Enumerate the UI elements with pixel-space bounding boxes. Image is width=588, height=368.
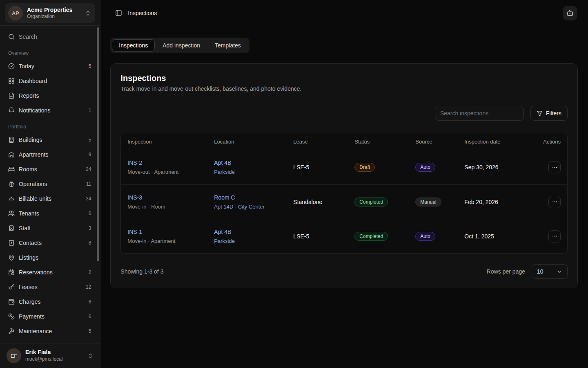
source-badge: Auto — [415, 232, 435, 241]
user-avatar: EF — [7, 348, 21, 363]
sidebar-item-contacts[interactable]: Contacts 8 — [5, 236, 94, 250]
item-label: Notifications — [19, 107, 85, 114]
item-count: 12 — [86, 284, 91, 290]
file-chart-icon — [8, 92, 15, 99]
sidebar-item-search[interactable]: Search — [5, 30, 94, 44]
bell-icon — [8, 107, 15, 114]
source-badge: Manual — [415, 197, 441, 206]
item-count: 5 — [89, 63, 91, 69]
hammer-icon — [8, 328, 15, 334]
sidebar-item-staff[interactable]: Staff 3 — [5, 221, 94, 235]
chevron-down-icon — [556, 269, 562, 275]
inspection-date: Feb 20, 2026 — [458, 199, 537, 205]
table-toolbar: Filters — [120, 106, 568, 121]
sidebar-item-listings[interactable]: Listings — [5, 251, 94, 265]
col-lease: Lease — [287, 139, 348, 145]
sidebar-item-rooms[interactable]: Rooms 24 — [5, 162, 94, 176]
sidebar-item-billable-units[interactable]: Billable units 24 — [5, 192, 94, 206]
inspection-link[interactable]: INS-1 — [127, 229, 201, 235]
sidebar-item-notifications[interactable]: Notifications 1 — [5, 103, 94, 117]
inspection-meta: Move-in · Apartment — [127, 238, 201, 244]
sidebar-item-buildings[interactable]: Buildings 5 — [5, 133, 94, 147]
tab-add-inspection[interactable]: Add inspection — [156, 39, 207, 52]
content: Inspections Add inspection Templates Ins… — [100, 26, 588, 368]
user-menu[interactable]: EF Erik Fiala mock@pms.local — [5, 348, 95, 364]
item-count: 6 — [89, 211, 91, 216]
item-label: Reports — [19, 92, 91, 99]
rows-per-page-select[interactable]: 10 — [532, 264, 568, 279]
location-meta-link[interactable]: Parkside — [214, 169, 280, 175]
sidebar-item-apartments[interactable]: Apartments 9 — [5, 148, 94, 162]
org-switcher[interactable]: AP Acme Properties Organization — [5, 3, 95, 23]
location-link[interactable]: Apt 4B — [214, 229, 280, 235]
item-label: Apartments — [19, 151, 85, 158]
sidebar-toggle-icon[interactable] — [115, 9, 122, 16]
sidebar-item-reservations[interactable]: Reservations 2 — [5, 265, 94, 279]
user-name: Erik Fiala — [25, 349, 83, 356]
item-label: Maintenance — [19, 328, 85, 334]
sidebar-item-maintenance[interactable]: Maintenance 5 — [5, 324, 94, 338]
status-badge: Completed — [354, 232, 388, 241]
sidebar-item-leases[interactable]: Leases 12 — [5, 280, 94, 294]
rows-per-page-label: Rows per page — [487, 268, 525, 275]
chevrons-up-down-icon — [85, 10, 91, 16]
org-switcher-area: AP Acme Properties Organization — [0, 0, 100, 26]
sidebar-item-payments[interactable]: Payments 6 — [5, 310, 94, 323]
bed-icon — [8, 166, 15, 173]
home-icon — [8, 151, 15, 158]
section-overview: Overview — [5, 50, 94, 56]
row-actions-button[interactable] — [548, 161, 561, 173]
table-row: INS-1 Move-in · Apartment Apt 4B Parksid… — [121, 219, 567, 253]
chevrons-up-down-icon — [87, 353, 94, 359]
org-name: Acme Properties — [27, 7, 81, 14]
item-label: Operations — [19, 181, 82, 187]
filters-button[interactable]: Filters — [530, 106, 568, 121]
search-icon — [8, 34, 15, 40]
tab-inspections[interactable]: Inspections — [112, 39, 155, 52]
sidebar-item-reports[interactable]: Reports — [5, 89, 94, 103]
sidebar-item-charges[interactable]: Charges 8 — [5, 295, 94, 309]
inspection-meta: Move-out · Apartment — [127, 169, 201, 175]
sidebar-scrollbar[interactable] — [97, 27, 99, 261]
circle-check-icon — [8, 63, 15, 70]
sidebar-item-tenants[interactable]: Tenants 6 — [5, 206, 94, 220]
location-meta-link[interactable]: Parkside — [214, 238, 280, 244]
item-count: 6 — [89, 314, 91, 319]
search-inspections-input[interactable] — [435, 106, 524, 121]
inspection-link[interactable]: INS-3 — [127, 194, 201, 201]
col-inspection-date: Inspection date — [458, 139, 537, 145]
bot-icon — [566, 9, 574, 17]
assistant-button[interactable] — [563, 6, 577, 20]
location-link[interactable]: Apt 4B — [214, 159, 280, 166]
row-actions-button[interactable] — [548, 230, 561, 242]
map-pin-icon — [8, 254, 15, 261]
inspection-link[interactable]: INS-2 — [127, 159, 201, 166]
sidebar-item-operations[interactable]: Operations 11 — [5, 177, 94, 191]
inspections-table: Inspection Location Lease Status Source … — [120, 133, 568, 254]
item-count: 11 — [86, 181, 91, 187]
wallet-icon — [8, 298, 15, 305]
item-label: Listings — [19, 254, 91, 261]
item-count: 1 — [89, 108, 91, 113]
location-meta-link[interactable]: Apt 14D · City Center — [214, 204, 280, 210]
col-inspection: Inspection — [121, 139, 207, 145]
item-label: Billable units — [19, 195, 82, 202]
users-icon — [8, 210, 15, 217]
org-avatar: AP — [8, 6, 23, 20]
item-count: 24 — [86, 166, 91, 172]
sidebar: AP Acme Properties Organization Search O… — [0, 0, 100, 368]
row-actions-button[interactable] — [548, 196, 561, 208]
main-area: Inspections Inspections Add inspection T… — [100, 0, 588, 368]
gift-box-icon — [8, 181, 15, 187]
item-count: 5 — [89, 137, 91, 143]
sidebar-item-today[interactable]: Today 5 — [5, 59, 94, 73]
tab-templates[interactable]: Templates — [208, 39, 248, 52]
item-label: Payments — [19, 313, 85, 320]
col-source: Source — [409, 139, 458, 145]
org-text: Acme Properties Organization — [27, 7, 81, 20]
location-link[interactable]: Room C — [214, 194, 280, 201]
status-badge: Draft — [354, 163, 375, 172]
card-title: Inspections — [120, 74, 568, 83]
sidebar-item-dashboard[interactable]: Dashboard — [5, 74, 94, 88]
org-type: Organization — [27, 13, 81, 20]
